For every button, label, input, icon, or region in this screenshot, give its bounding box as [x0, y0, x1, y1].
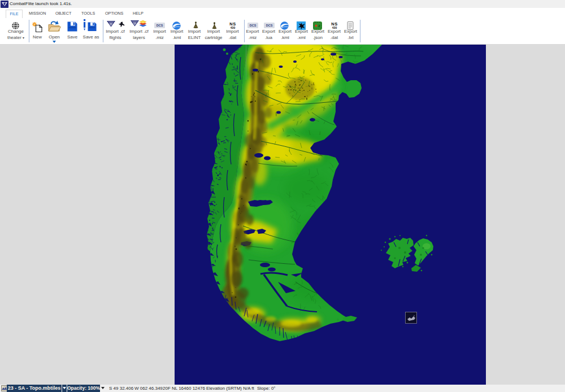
svg-text:DCS: DCS [250, 24, 257, 27]
svg-text:z: z [318, 24, 320, 28]
svg-text:DCS: DCS [157, 24, 163, 27]
svg-text:DCS: DCS [266, 24, 273, 27]
